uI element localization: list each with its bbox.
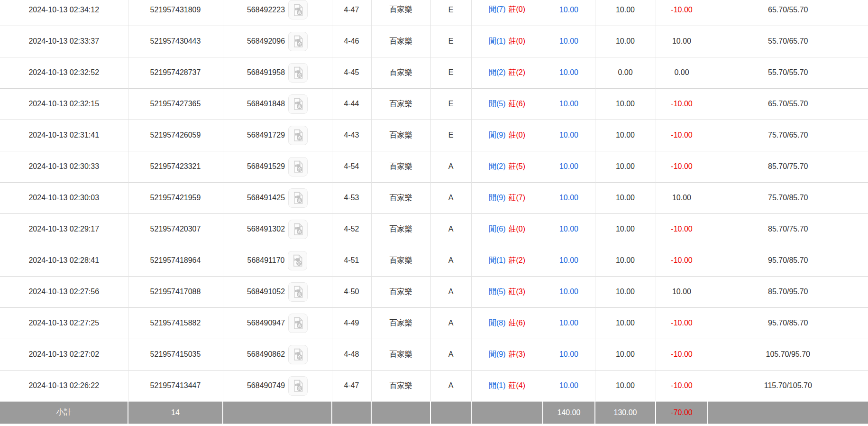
- cell-round: 4-47: [332, 0, 371, 26]
- result-banker: 莊(0): [509, 5, 526, 13]
- cell-bet-amount[interactable]: 10.00: [543, 276, 595, 307]
- result-player: 閒(6): [489, 225, 506, 233]
- cell-bet-amount[interactable]: 10.00: [543, 370, 595, 401]
- cell-bet-time: 2024-10-13 02:32:15: [0, 88, 128, 120]
- video-replay-button[interactable]: [288, 157, 308, 176]
- cell-result: 閒(2)莊(5): [471, 151, 543, 182]
- cell-valid-amount: 10.00: [595, 245, 656, 276]
- result-banker: 莊(2): [509, 68, 526, 76]
- cell-bet-amount[interactable]: 10.00: [543, 307, 595, 339]
- game-id-with-video: 568491958: [247, 63, 308, 83]
- cell-table-code: E: [430, 120, 471, 151]
- video-replay-button[interactable]: [288, 188, 308, 208]
- cell-win-loss: 0.00: [656, 57, 708, 88]
- game-id-text: 568491529: [247, 162, 285, 171]
- video-replay-button[interactable]: [288, 220, 308, 239]
- cell-bet-time: 2024-10-13 02:27:56: [0, 276, 128, 307]
- cell-game-name: 百家樂: [371, 307, 430, 339]
- video-file-icon: [292, 223, 304, 235]
- cell-round: 4-53: [332, 182, 371, 213]
- subtotal-empty-result: [471, 401, 543, 424]
- table-row: 2024-10-13 02:32:52521957428737568491958…: [0, 57, 868, 88]
- video-file-icon: [292, 192, 304, 204]
- cell-game-id: 568492223: [223, 0, 332, 26]
- cell-game-name: 百家樂: [371, 0, 430, 26]
- subtotal-footer: 小計 14 140.00 130.00 -70.00: [0, 401, 868, 424]
- video-replay-button[interactable]: [288, 0, 308, 19]
- cell-round: 4-44: [332, 88, 371, 120]
- cell-round: 4-49: [332, 307, 371, 339]
- cell-bet-amount[interactable]: 10.00: [543, 57, 595, 88]
- cell-balance: 85.70/75.70: [708, 213, 868, 245]
- cell-bet-time: 2024-10-13 02:34:12: [0, 0, 128, 26]
- cell-result: 閒(6)莊(0): [471, 213, 543, 245]
- video-replay-button[interactable]: [288, 376, 308, 396]
- video-replay-button[interactable]: [288, 345, 308, 364]
- video-file-icon: [292, 254, 304, 267]
- cell-table-code: A: [430, 276, 471, 307]
- cell-bet-amount[interactable]: 10.00: [543, 88, 595, 120]
- game-id-with-video: 568490947: [247, 314, 308, 333]
- result-banker: 莊(0): [509, 225, 526, 233]
- cell-bet-time: 2024-10-13 02:33:37: [0, 26, 128, 57]
- cell-result: 閒(2)莊(2): [471, 57, 543, 88]
- subtotal-row: 小計 14 140.00 130.00 -70.00: [0, 401, 868, 424]
- cell-result: 閒(5)莊(6): [471, 88, 543, 120]
- cell-bet-amount[interactable]: 10.00: [543, 26, 595, 57]
- bet-records-container: 2024-10-13 02:34:12521957431809568492223…: [0, 0, 868, 424]
- cell-round: 4-43: [332, 120, 371, 151]
- game-id-text: 568492223: [247, 6, 285, 14]
- game-id-with-video: 568491302: [247, 220, 308, 239]
- cell-round: 4-48: [332, 339, 371, 370]
- result-player: 閒(9): [489, 131, 506, 139]
- cell-bet-amount[interactable]: 10.00: [543, 182, 595, 213]
- cell-round: 4-52: [332, 213, 371, 245]
- cell-result: 閒(9)莊(0): [471, 120, 543, 151]
- video-file-icon: [292, 286, 304, 298]
- subtotal-empty-game: [371, 401, 430, 424]
- cell-result: 閒(8)莊(6): [471, 307, 543, 339]
- game-id-with-video: 568492096: [247, 32, 308, 51]
- cell-win-loss: -10.00: [656, 307, 708, 339]
- game-id-with-video: 568492223: [247, 0, 308, 19]
- table-row: 2024-10-13 02:33:37521957430443568492096…: [0, 26, 868, 57]
- cell-valid-amount: 10.00: [595, 213, 656, 245]
- cell-game-name: 百家樂: [371, 245, 430, 276]
- video-replay-button[interactable]: [288, 314, 308, 333]
- cell-bet-amount[interactable]: 10.00: [543, 151, 595, 182]
- result-player: 閒(1): [489, 381, 506, 389]
- result-banker: 莊(0): [509, 37, 526, 45]
- cell-bet-time: 2024-10-13 02:29:17: [0, 213, 128, 245]
- cell-round: 4-47: [332, 370, 371, 401]
- video-file-icon: [292, 66, 304, 79]
- cell-table-code: E: [430, 88, 471, 120]
- cell-win-loss: -10.00: [656, 245, 708, 276]
- video-replay-button[interactable]: [288, 282, 308, 302]
- video-replay-button[interactable]: [288, 32, 308, 51]
- cell-valid-amount: 10.00: [595, 307, 656, 339]
- cell-round: 4-50: [332, 276, 371, 307]
- cell-win-loss: -10.00: [656, 151, 708, 182]
- cell-table-code: E: [430, 0, 471, 26]
- cell-bet-amount[interactable]: 10.00: [543, 245, 595, 276]
- cell-bet-amount[interactable]: 10.00: [543, 120, 595, 151]
- cell-win-loss: 10.00: [656, 26, 708, 57]
- cell-game-id: 568491848: [223, 88, 332, 120]
- cell-bet-id: 521957426059: [128, 120, 223, 151]
- video-replay-button[interactable]: [288, 94, 308, 114]
- cell-bet-amount[interactable]: 10.00: [543, 0, 595, 26]
- subtotal-valid-total: 130.00: [595, 401, 656, 424]
- video-replay-button[interactable]: [288, 63, 308, 83]
- result-player: 閒(5): [489, 100, 506, 108]
- cell-table-code: E: [430, 57, 471, 88]
- video-replay-button[interactable]: [288, 126, 308, 145]
- subtotal-winloss-total: -70.00: [656, 401, 708, 424]
- game-id-text: 568491958: [247, 68, 285, 77]
- cell-game-id: 568491529: [223, 151, 332, 182]
- result-banker: 莊(3): [509, 350, 526, 358]
- cell-bet-amount[interactable]: 10.00: [543, 339, 595, 370]
- cell-bet-amount[interactable]: 10.00: [543, 213, 595, 245]
- video-replay-button[interactable]: [288, 251, 307, 270]
- cell-balance: 65.70/55.70: [708, 0, 868, 26]
- table-row: 2024-10-13 02:27:56521957417088568491052…: [0, 276, 868, 307]
